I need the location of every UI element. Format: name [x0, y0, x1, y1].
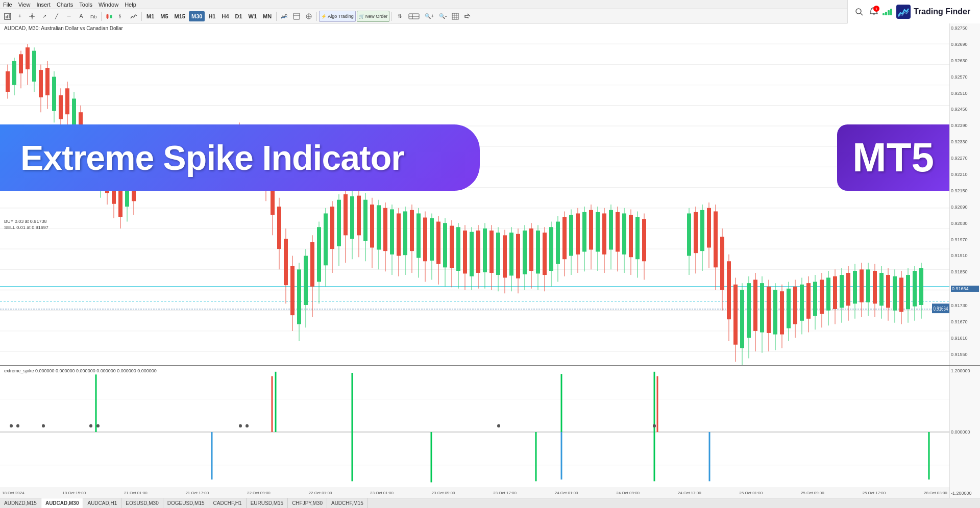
buysell-labels: BUY 0.03 at 0.91738 SELL 0.01 at 0.91697 [4, 219, 48, 230]
data-window-btn[interactable] [406, 11, 422, 22]
menu-file[interactable]: File [3, 2, 12, 8]
menu-view[interactable]: View [18, 2, 31, 8]
zoom-out-btn[interactable]: 🔍- [437, 11, 449, 22]
svg-rect-164 [443, 223, 447, 267]
tab-audnzd-m15[interactable]: AUDNZD,M15 [0, 498, 41, 509]
sell-label: SELL 0.01 at 0.91697 [4, 225, 48, 230]
tf-mn[interactable]: MN [260, 11, 274, 21]
algo-trading-btn[interactable]: ⚡ Algo Trading [319, 11, 356, 22]
arrow-btn[interactable]: ↗ [39, 11, 50, 22]
tab-dogeusd-m15[interactable]: DOGEUSD,M15 [163, 498, 209, 509]
time-label: 22 Oct 01:00 [309, 491, 332, 495]
banner-right: MT5 [837, 124, 949, 191]
tf-m15[interactable]: M15 [172, 11, 188, 21]
sep1 [101, 12, 102, 21]
tf-w1[interactable]: W1 [246, 11, 260, 21]
time-label: 22 Oct 09:00 [247, 491, 271, 495]
tf-m30[interactable]: M30 [189, 11, 205, 21]
svg-rect-144 [377, 205, 381, 249]
autoscroll-btn[interactable] [462, 11, 474, 22]
tab-chfjpy-m30[interactable]: CHFJPY,M30 [288, 498, 327, 509]
zoom-in-btn[interactable]: 🔍+ [423, 11, 436, 22]
svg-rect-248 [760, 283, 764, 332]
notification-btn[interactable]: 1 [869, 7, 878, 17]
bar-chart-btn[interactable] [116, 11, 127, 22]
tab-audcad-m30[interactable]: AUDCAD,M30 [41, 498, 84, 509]
tf-m1[interactable]: M1 [144, 11, 157, 21]
hline-btn[interactable]: ─ [63, 11, 75, 22]
svg-rect-204 [576, 213, 580, 254]
menu-window[interactable]: Window [99, 2, 118, 8]
search-btn[interactable] [853, 6, 865, 18]
price-label: 0.92450 [951, 107, 979, 112]
price-label: 0.91970 [951, 237, 979, 242]
tf-logo-icon [896, 5, 911, 19]
candle-chart-btn[interactable] [104, 11, 115, 22]
time-label: 23 Oct 01:00 [370, 491, 394, 495]
tf-logo-text: Trading Finder [914, 7, 970, 16]
menu-tools[interactable]: Tools [79, 2, 92, 8]
tf-m5[interactable]: M5 [158, 11, 170, 21]
svg-rect-184 [509, 233, 513, 275]
tf-h4[interactable]: H4 [219, 11, 231, 21]
tf-d1[interactable]: D1 [233, 11, 245, 21]
zoom-btn[interactable]: + [14, 11, 26, 22]
svg-point-320 [10, 424, 13, 428]
indicator-label-text: extreme_spike 0.000000 0.000000 0.000000… [4, 368, 157, 373]
price-label: 0.91670 [951, 319, 979, 324]
svg-rect-68 [45, 68, 50, 95]
tab-eurusd-m15[interactable]: EURUSD,M15 [247, 498, 288, 509]
tab-audcad-h1[interactable]: AUDCAD,H1 [83, 498, 121, 509]
indicators-btn[interactable] [279, 11, 290, 22]
line-btn[interactable]: ╱ [51, 11, 62, 22]
time-label: 24 Oct 17:00 [678, 491, 701, 495]
svg-rect-136 [350, 196, 354, 239]
templates-btn[interactable] [291, 11, 302, 22]
crosshair-btn[interactable] [27, 11, 38, 22]
time-label: 25 Oct 01:00 [739, 491, 763, 495]
menu-help[interactable]: Help [125, 2, 136, 8]
price-label: 0.91730 [951, 303, 979, 308]
main-chart-svg: 0.91664 [0, 23, 949, 375]
svg-rect-194 [543, 233, 547, 275]
fib-btn[interactable]: Fib [88, 11, 99, 22]
svg-rect-292 [906, 275, 910, 309]
grid-btn[interactable] [450, 11, 461, 22]
time-label: 21 Oct 17:00 [185, 491, 209, 495]
svg-point-323 [89, 424, 92, 428]
svg-rect-256 [787, 289, 791, 328]
svg-rect-280 [866, 269, 870, 302]
svg-rect-11 [110, 15, 112, 18]
bottom-tabs: AUDNZD,M15 AUDCAD,M30 AUDCAD,H1 EOSUSD,M… [0, 498, 980, 508]
svg-rect-264 [813, 282, 817, 316]
price-label: 0.92150 [951, 188, 979, 193]
svg-rect-160 [430, 218, 434, 261]
svg-rect-270 [833, 276, 837, 309]
bar-arrows-btn[interactable]: ⇅ [394, 11, 405, 22]
svg-point-326 [246, 424, 249, 428]
svg-rect-126 [317, 227, 321, 282]
price-axis: 0.92750 0.92690 0.92630 0.92570 0.92510 … [949, 23, 980, 375]
tab-eosusd-m30[interactable]: EOSUSD,M30 [121, 498, 163, 509]
svg-rect-262 [806, 283, 811, 319]
ind-price-mid: 0.000000 [951, 429, 979, 435]
line-chart-btn[interactable] [128, 11, 139, 22]
svg-rect-140 [363, 200, 368, 241]
svg-rect-168 [456, 227, 460, 271]
new-chart-btn[interactable] [2, 11, 13, 22]
tab-cadchf-h1[interactable]: CADCHF,H1 [209, 498, 247, 509]
tab-audchf-m15[interactable]: AUDCHF,M15 [327, 498, 368, 509]
properties-btn[interactable] [303, 11, 314, 22]
sep2 [141, 12, 142, 21]
price-label: 0.92750 [951, 26, 979, 31]
menu-insert[interactable]: Insert [36, 2, 51, 8]
tf-h1[interactable]: H1 [206, 11, 218, 21]
svg-rect-158 [423, 218, 427, 262]
banner-left: Extreme Spike Indicator [0, 124, 480, 191]
svg-rect-238 [727, 261, 731, 319]
text-btn[interactable]: A [76, 11, 87, 22]
menu-charts[interactable]: Charts [57, 2, 73, 8]
new-order-btn[interactable]: 🛒 New Order [357, 11, 390, 22]
price-label: 0.91910 [951, 253, 979, 258]
svg-point-325 [239, 424, 242, 428]
